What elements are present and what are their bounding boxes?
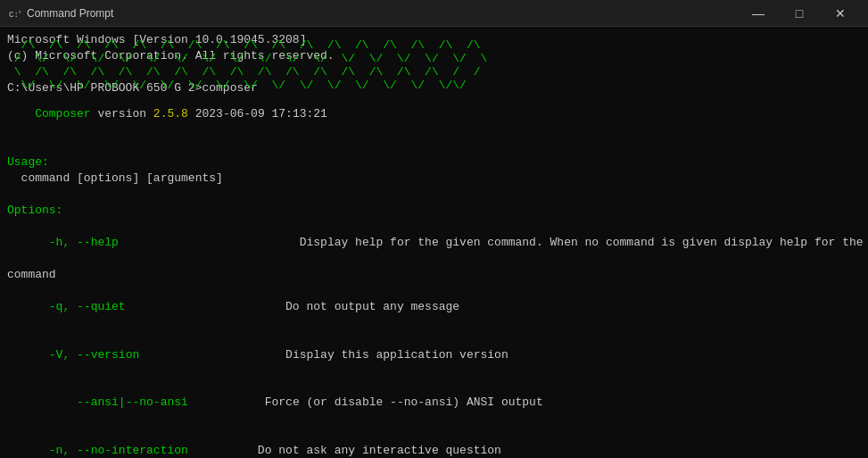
version-line: -V, --version Display this application v…	[7, 331, 861, 379]
version-prefix: version	[91, 107, 153, 121]
minimize-button[interactable]: —	[738, 0, 779, 27]
version-desc: Display this application version	[139, 348, 508, 362]
quiet-flag: -q, --quiet	[35, 300, 125, 313]
version-flag: -V, --version	[35, 348, 139, 362]
no-interaction-desc: Do not ask any interactive question	[188, 444, 501, 457]
title-bar-icon: C:\	[7, 6, 21, 21]
quiet-line: -q, --quiet Do not output any message	[7, 283, 861, 331]
title-bar-controls: — □ ✕	[738, 0, 861, 27]
help-flag: -h, --help	[35, 236, 119, 249]
close-button[interactable]: ✕	[820, 0, 861, 27]
composer-label: Composer	[35, 107, 90, 121]
composer-version-line: Composer version 2.5.8 2023-06-09 17:13:…	[7, 91, 861, 139]
ansi-line: --ansi|--no-ansi Force (or disable --no-…	[7, 379, 861, 427]
help-line: -h, --help Display help for the given co…	[7, 219, 861, 267]
title-bar: C:\ Command Prompt — □ ✕	[0, 0, 868, 27]
no-interaction-flag: -n, --no-interaction	[35, 444, 188, 457]
version-number: 2.5.8	[153, 107, 188, 121]
help-desc: Display help for the given command. When…	[119, 236, 868, 249]
usage-label: Usage:	[7, 154, 861, 171]
maximize-button[interactable]: □	[779, 0, 820, 27]
ascii-pre: /\ /\ /\ /\ /\ /\ /\ /\ /\ /\ /\ /\ /\ /…	[7, 39, 861, 93]
quiet-desc: Do not output any message	[126, 300, 459, 313]
version-date: 2023-06-09 17:13:21	[188, 107, 327, 121]
console: Microsoft Windows [Version 10.0.19045.32…	[0, 27, 868, 458]
svg-text:C:\: C:\	[9, 11, 21, 20]
no-interaction-line: -n, --no-interaction Do not ask any inte…	[7, 427, 861, 458]
cmd-icon: C:\	[8, 7, 21, 20]
ascii-art-block: /\ /\ /\ /\ /\ /\ /\ /\ /\ /\ /\ /\ /\ /…	[7, 39, 861, 93]
title-bar-text: Command Prompt	[27, 7, 738, 20]
ansi-desc: Force (or disable --no-ansi) ANSI output	[188, 396, 543, 409]
blank-line-2	[7, 138, 861, 154]
command-line: command	[7, 267, 861, 283]
usage-command: command [options] [arguments]	[7, 171, 861, 187]
options-label: Options:	[7, 203, 861, 219]
ansi-flag: --ansi|--no-ansi	[35, 396, 188, 409]
blank-line-3	[7, 187, 861, 203]
